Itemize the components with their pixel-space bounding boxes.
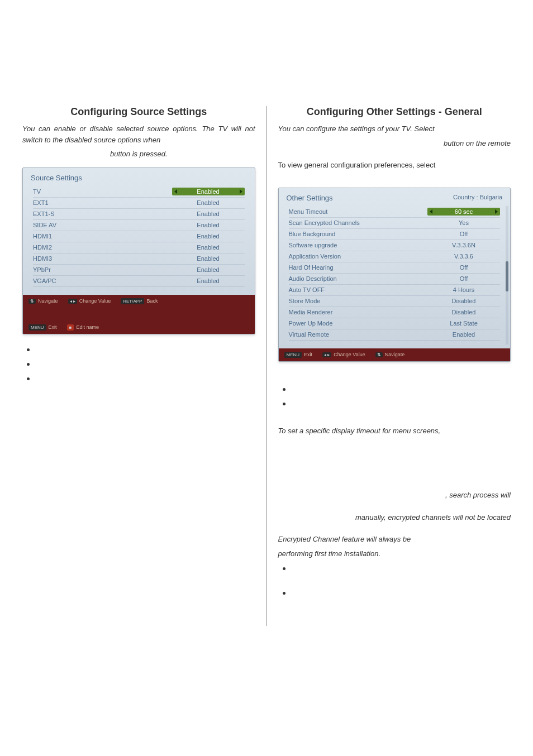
bullet-item [292,588,511,613]
settings-row-value: Disabled [427,298,500,304]
settings-row-label: Hard Of Hearing [289,264,428,271]
right-intro-1: You can configure the settings of your T… [278,123,511,135]
settings-row: EXT1Enabled [33,198,245,209]
settings-row: TVEnabled [33,186,245,198]
bullet-item [292,399,511,413]
settings-row-value: Off [427,264,500,271]
menu-key-icon: MENU [28,324,46,331]
settings-row-value: Enabled [172,266,245,273]
settings-row-label: Power Up Mode [289,320,428,327]
settings-row-label: EXT1-S [33,210,172,217]
settings-row-value: Yes [427,219,500,226]
enc-line-1: Encrypted Channel feature will always be [278,534,511,545]
right-section-title: Configuring Other Settings - General [278,106,511,118]
settings-row-value: Enabled [172,277,245,284]
updown-icon: ⇅ [28,299,36,304]
settings-row-value: Enabled [427,331,500,338]
settings-row: Blue BackgroundOff [289,229,501,240]
settings-row: Media RendererDisabled [289,307,501,318]
settings-row: Auto TV OFF4 Hours [289,285,501,296]
bullet-item [292,563,511,588]
menu-key-icon: MENU [284,352,302,358]
settings-row-value: Off [427,275,500,282]
timeout-text: To set a specific display timeout for me… [278,425,511,437]
settings-row-label: Store Mode [289,298,428,304]
footer-back: Back [146,298,158,304]
settings-row-label: Application Version [289,253,428,260]
updown-icon: ⇅ [375,352,383,357]
settings-row: HDMI1Enabled [33,231,245,242]
settings-row: Store ModeDisabled [289,296,501,307]
settings-row-value: V.3.3.6 [427,253,500,260]
settings-row: Audio DescriptionOff [289,274,501,285]
settings-row: SIDE AVEnabled [33,220,245,231]
footer-edit: Edit name [76,324,99,330]
settings-row-value: Enabled [172,210,245,217]
settings-row-value: Enabled [172,188,245,195]
settings-row: HDMI3Enabled [33,253,245,265]
left-bullet-list [22,344,255,388]
footer-navigate: Navigate [38,298,58,304]
settings-row: Virtual RemoteEnabled [289,329,501,341]
settings-row-value: Enabled [172,233,245,240]
settings-row-label: HDMI1 [33,233,172,240]
settings-row: EXT1-SEnabled [33,209,245,220]
settings-row-label: EXT1 [33,199,172,206]
left-intro-1: You can enable or disable selected sourc… [22,123,255,145]
settings-row-label: Media Renderer [289,309,428,315]
settings-row-label: VGA/PC [33,277,172,284]
settings-row: VGA/PCEnabled [33,276,245,287]
source-settings-screenshot: Source Settings TVEnabledEXT1EnabledEXT1… [22,168,255,334]
settings-row-value: V.3.3.6N [427,242,500,248]
search-text-2: manually, encrypted channels will not be… [278,512,511,523]
settings-row-label: HDMI3 [33,255,172,262]
settings-row: Menu Timeout60 sec [289,207,501,218]
other-settings-screenshot: Other Settings Country : Bulgaria Menu T… [278,188,511,362]
settings-row-label: SIDE AV [33,222,172,228]
scrollbar [506,206,508,344]
settings-row-value: 60 sec [427,208,500,216]
settings-row: Scan Encrypted ChannelsYes [289,218,501,229]
footer-exit: Exit [49,324,57,330]
left-section-title: Configuring Source Settings [22,106,255,118]
settings-row-value: Disabled [427,309,500,315]
settings-row-label: Auto TV OFF [289,286,428,293]
bullet-item [36,344,255,359]
settings-row-label: TV [33,188,172,195]
right-intro-2: button on the remote [278,138,511,149]
footer-exit: Exit [304,352,312,357]
bullet-item [36,374,255,388]
settings-row: Application VersionV.3.3.6 [289,251,501,262]
left-intro-2: button is pressed. [22,149,255,160]
bullet-item [36,359,255,374]
search-tail: , search process will [278,490,511,501]
settings-row: Power Up ModeLast State [289,318,501,329]
settings-row-label: Scan Encrypted Channels [289,219,428,226]
column-divider [266,106,267,626]
source-settings-title: Source Settings [23,168,255,185]
leftright-icon: ◂ ▸ [68,299,77,304]
leftright-icon: ◂ ▸ [322,352,331,357]
settings-row-value: 4 Hours [427,286,500,293]
settings-row-label: Audio Description [289,275,428,282]
settings-row: HDMI2Enabled [33,242,245,253]
settings-row-label: Menu Timeout [289,208,428,215]
right-general-para: To view general configuration preference… [278,160,511,171]
settings-row-label: Software upgrade [289,242,428,248]
settings-row: YPbPrEnabled [33,265,245,276]
settings-row-value: Last State [427,320,500,327]
settings-row-value: Enabled [172,199,245,206]
bullet-item [292,384,511,399]
right-bullet-list-1 [278,384,511,413]
settings-row-value: Enabled [172,255,245,262]
enc-line-2: performing first time installation. [278,548,511,559]
settings-row-label: YPbPr [33,266,172,273]
settings-row-value: Off [427,231,500,237]
footer-change: Change Value [334,352,365,357]
settings-row: Hard Of HearingOff [289,262,501,274]
settings-row: Software upgradeV.3.3.6N [289,240,501,251]
footer-change: Change Value [79,298,111,304]
settings-row-label: Virtual Remote [289,331,428,338]
retapp-key-icon: RET/APP [121,298,144,304]
settings-row-label: Blue Background [289,231,428,237]
